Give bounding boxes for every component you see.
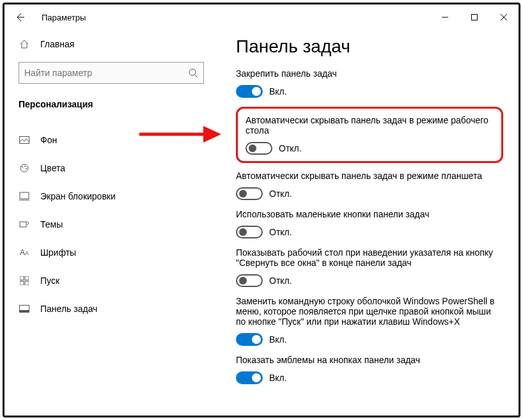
toggle-peek-desktop[interactable] — [236, 274, 263, 287]
toggle-state: Откл. — [279, 143, 302, 153]
sidebar-section-title: Персонализация — [19, 95, 204, 113]
home-icon — [19, 38, 30, 50]
sidebar-item-colors[interactable]: Цвета — [19, 154, 204, 182]
taskbar-icon — [19, 303, 30, 315]
sidebar-home[interactable]: Главная — [19, 30, 204, 58]
start-icon — [19, 275, 30, 286]
themes-icon — [19, 219, 30, 230]
setting-badges: Показать эмблемы на кнопках панели задач… — [236, 355, 503, 384]
svg-rect-2 — [472, 15, 478, 20]
main-panel: Панель задач Закрепить панель задач Вкл.… — [218, 30, 519, 416]
svg-point-5 — [189, 69, 196, 75]
svg-point-10 — [24, 166, 26, 167]
toggle-lock-taskbar[interactable] — [236, 85, 263, 98]
search-icon — [188, 68, 198, 78]
toggle-state: Откл. — [269, 227, 292, 237]
sidebar-item-background[interactable]: Фон — [19, 126, 204, 154]
svg-rect-18 — [25, 281, 29, 285]
svg-point-8 — [20, 164, 28, 172]
sidebar: Главная Персонализация Фон Цвета Экран б… — [4, 30, 218, 416]
svg-point-11 — [26, 168, 27, 169]
svg-rect-20 — [20, 310, 29, 312]
toggle-autohide-desktop[interactable] — [246, 142, 272, 155]
setting-label: Закрепить панель задач — [236, 68, 503, 79]
toggle-state: Вкл. — [269, 334, 287, 345]
sidebar-item-label: Фон — [40, 135, 57, 145]
toggle-small-buttons[interactable] — [236, 226, 263, 238]
setting-label: Автоматически скрывать панель задач в ре… — [236, 171, 503, 181]
maximize-button[interactable] — [460, 7, 489, 27]
sidebar-item-label: Экран блокировки — [40, 191, 116, 201]
sidebar-item-label: Панель задач — [40, 304, 97, 314]
fonts-icon: AA — [19, 247, 30, 258]
toggle-state: Откл. — [269, 276, 292, 286]
window-frame: Параметры Главная — [3, 3, 520, 417]
svg-rect-17 — [20, 281, 24, 285]
svg-line-6 — [195, 75, 198, 77]
sidebar-item-label: Шрифты — [40, 247, 76, 258]
sidebar-home-label: Главная — [40, 39, 74, 49]
setting-label: Показывать рабочий стол при наведении ук… — [236, 247, 503, 268]
setting-label: Использовать маленькие кнопки панели зад… — [236, 209, 503, 219]
setting-powershell: Заменить командную строку оболочкой Wind… — [236, 296, 503, 346]
search-input[interactable] — [19, 62, 204, 84]
highlight-box: Автоматически скрывать панель задач в ре… — [236, 107, 503, 163]
toggle-badges[interactable] — [236, 371, 263, 384]
toggle-state: Вкл. — [269, 373, 287, 383]
picture-icon — [19, 134, 30, 146]
svg-rect-14 — [20, 222, 26, 227]
sidebar-item-fonts[interactable]: AA Шрифты — [19, 238, 204, 267]
svg-point-9 — [22, 166, 23, 167]
search-field[interactable] — [24, 68, 188, 78]
sidebar-item-taskbar[interactable]: Панель задач — [19, 295, 204, 323]
toggle-state: Откл. — [269, 189, 292, 199]
close-button[interactable] — [489, 7, 519, 27]
window-title: Параметры — [42, 13, 86, 22]
sidebar-item-label: Пуск — [40, 276, 59, 286]
setting-small-buttons: Использовать маленькие кнопки панели зад… — [236, 209, 503, 238]
titlebar: Параметры — [4, 4, 519, 30]
svg-rect-12 — [20, 192, 29, 199]
sidebar-item-label: Цвета — [40, 163, 65, 173]
setting-autohide-desktop: Автоматически скрывать панель задач в ре… — [246, 115, 494, 155]
setting-label: Автоматически скрывать панель задач в ре… — [246, 115, 494, 136]
toggle-autohide-tablet[interactable] — [236, 187, 263, 200]
setting-label: Показать эмблемы на кнопках панели задач — [236, 355, 503, 365]
sidebar-item-label: Темы — [40, 219, 63, 229]
sidebar-item-themes[interactable]: Темы — [19, 210, 204, 238]
svg-rect-15 — [20, 276, 24, 280]
svg-rect-7 — [20, 137, 29, 144]
setting-autohide-tablet: Автоматически скрывать панель задач в ре… — [236, 171, 503, 200]
minimize-button[interactable] — [430, 7, 460, 27]
sidebar-item-start[interactable]: Пуск — [19, 267, 204, 295]
setting-lock-taskbar: Закрепить панель задач Вкл. — [236, 68, 503, 98]
svg-rect-16 — [25, 276, 29, 280]
setting-peek-desktop: Показывать рабочий стол при наведении ук… — [236, 247, 503, 287]
page-heading: Панель задач — [236, 36, 503, 57]
sidebar-item-lockscreen[interactable]: Экран блокировки — [19, 182, 204, 210]
lockscreen-icon — [19, 191, 30, 202]
back-button[interactable] — [7, 4, 33, 30]
toggle-powershell[interactable] — [236, 333, 263, 346]
palette-icon — [19, 162, 30, 174]
setting-label: Заменить командную строку оболочкой Wind… — [236, 296, 503, 327]
toggle-state: Вкл. — [269, 86, 287, 97]
